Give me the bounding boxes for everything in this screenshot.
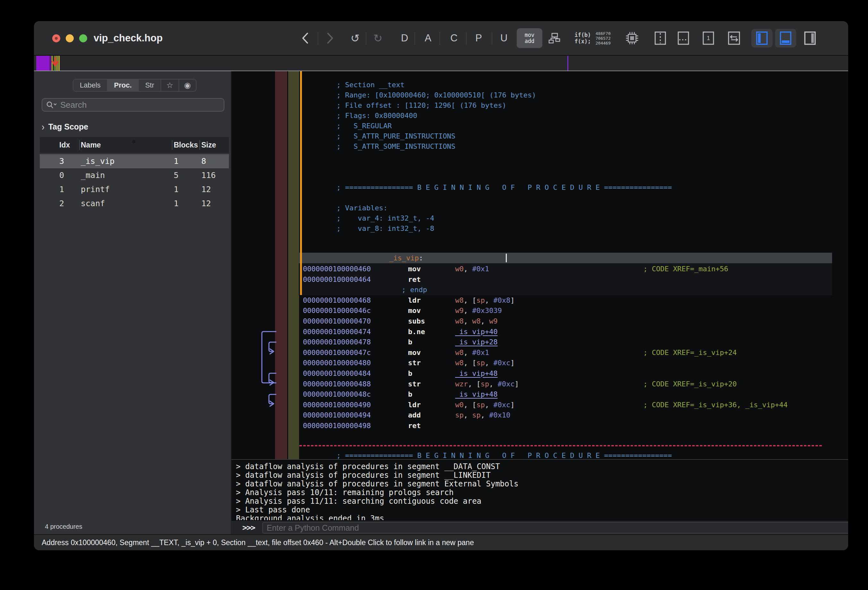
minimize-button[interactable] [66,34,74,42]
table-row[interactable]: 3_is_vip18 [40,154,229,169]
procedure-label: _is_vip: [389,253,423,263]
disasm-row[interactable]: 0000000100000484b_is_vip+48 [299,368,832,379]
cpu-button[interactable] [624,21,641,55]
pseudocode-line1: if(b) [570,32,596,38]
disasm-row[interactable]: 0000000100000460movw0, #0x1; CODE XREF=_… [299,263,832,274]
column-header-blocks[interactable]: Blocks [174,137,198,153]
table-row[interactable]: 1printf112 [40,182,229,197]
toolbar-letter-d[interactable]: D [401,21,408,55]
column-header-name[interactable]: Name [81,137,101,153]
procedure-label-row[interactable]: _is_vip: [299,253,832,263]
operand-token: #0x8 [493,296,510,304]
operand-token: , [485,401,494,409]
cfg-button[interactable] [548,21,562,55]
tab-proc[interactable]: Proc. [108,80,139,91]
disasm-row[interactable]: 0000000100000488strwzr, [sp, #0xc]; CODE… [299,379,832,389]
toolbar-letter-p[interactable]: P [475,21,482,55]
toolbar-letter-a[interactable]: A [425,21,431,55]
swap-panes-button[interactable] [726,21,742,55]
forward-button[interactable] [324,21,337,55]
cpu-chip-icon [625,31,639,45]
operand-token: #0x10 [489,411,510,419]
disasm-row[interactable]: 0000000100000494addsp, sp, #0x10 [299,410,832,420]
single-pane-button[interactable]: 1 [701,21,716,55]
disasm-row[interactable]: 0000000100000498ret [299,420,832,431]
split-pane-button[interactable] [652,21,668,55]
chevron-right-icon [327,33,334,44]
table-row[interactable]: 2scanf112 [40,197,229,211]
disasm-row[interactable]: 0000000100000464ret [299,274,832,285]
column-separator [199,140,200,150]
operand-token: , [485,296,494,304]
zoom-button[interactable] [79,34,87,42]
right-panel-toggle[interactable] [802,21,818,55]
disasm-row[interactable]: 000000010000047cmovw8, #0x1; CODE XREF=_… [299,347,832,358]
disasm-row[interactable]: 0000000100000490ldrw0, [sp, #0xc]; CODE … [299,399,832,410]
left-panel-toggle[interactable] [751,29,772,47]
left-panel-icon [756,31,768,45]
procedure-extent-marker [300,71,302,295]
endp-comment: ; endp [402,284,427,295]
disasm-row[interactable]: 0000000100000480strw8, [sp, #0xc] [299,358,832,368]
operands: w8, [sp, #0x8] [455,295,514,306]
bottom-panel-icon [780,31,791,45]
toolbar-letter-u[interactable]: U [500,21,508,55]
navigation-bar[interactable] [34,55,848,71]
titlebar[interactable]: vip_check.hop ↺ ↻ mov add [34,21,848,55]
redo-button[interactable]: ↻ [372,21,384,55]
close-button[interactable] [52,34,60,42]
address: 000000010000048c [303,389,371,399]
column-header-size[interactable]: Size [201,137,216,153]
operand-token: wzr [455,380,468,388]
disasm-row[interactable]: 000000010000046cmovw9, #0x3039 [299,305,832,316]
operand-token: , [ [464,296,477,304]
disasm-row[interactable]: 0000000100000470subsw8, w8, w9 [299,316,832,327]
undo-button[interactable]: ↺ [349,21,362,55]
control-flow-graph-icon [548,33,561,44]
operand-token: _is_vip+48 [455,390,497,398]
table-row[interactable]: 0_main5116 [40,169,229,182]
python-input[interactable]: Enter a Python Command [262,522,848,534]
mov-label: mov [525,32,534,38]
splitter-handle[interactable] [132,140,136,143]
pane-number: 1 [707,35,710,42]
pseudocode-button[interactable]: if(b) f(x); [570,21,596,55]
back-button[interactable] [299,21,311,55]
address: 0000000100000498 [303,420,371,431]
python-prompt: >>> [242,521,255,535]
tab-labels[interactable]: Labels [74,80,108,91]
disasm-row[interactable]: 000000010000048cb_is_vip+48 [299,389,832,399]
disasm-row[interactable]: 0000000100000468ldrw8, [sp, #0x8] [299,295,832,306]
horizontal-split-button[interactable] [676,21,691,55]
section-comment: ; S_ATTR_SOME_INSTRUCTIONS [337,141,455,152]
operand-token: sp [476,296,485,304]
assembly-mode-button[interactable]: mov add [517,28,542,48]
app-window: vip_check.hop ↺ ↻ mov add [34,21,848,550]
address: 0000000100000490 [303,399,371,410]
column-header-idx[interactable]: Idx [59,137,70,153]
disassembly-pane[interactable]: ; Section __text; Range: [0x100000460; 0… [232,71,848,459]
procedure-table: 3_is_vip180_main51161printf1122scanf112 [40,154,229,211]
disasm-row[interactable]: 0000000100000474b.ne_is_vip+40 [299,327,832,337]
address: 0000000100000470 [303,316,371,327]
name-cell: _is_vip [81,154,114,169]
tab-tagfilter[interactable]: ◉ [179,80,196,91]
toolbar-letter-c[interactable]: C [450,21,458,55]
tab-str[interactable]: Str [139,80,161,91]
operand-token: , [464,349,472,356]
disasm-row[interactable]: 0000000100000478b_is_vip+28 [299,337,832,347]
name-cell: scanf [81,197,105,211]
operand-token: , [464,411,472,419]
search-field[interactable]: Search [42,98,224,112]
hex-view-button[interactable]: 486F70 706572 204469 [596,21,618,55]
blocks-cell: 1 [174,197,179,211]
tag-scope-disclosure[interactable]: › Tag Scope [42,122,88,132]
tab-star[interactable]: ☆ [161,80,179,91]
address: 0000000100000464 [303,274,371,285]
bottom-panel-toggle[interactable] [775,29,796,47]
address: 0000000100000484 [303,368,371,379]
idx-cell: 0 [59,169,64,182]
variable-comment: ; var_4: int32_t, -4 [337,213,434,223]
address: 0000000100000488 [303,379,371,389]
branch-arrows [232,71,276,459]
